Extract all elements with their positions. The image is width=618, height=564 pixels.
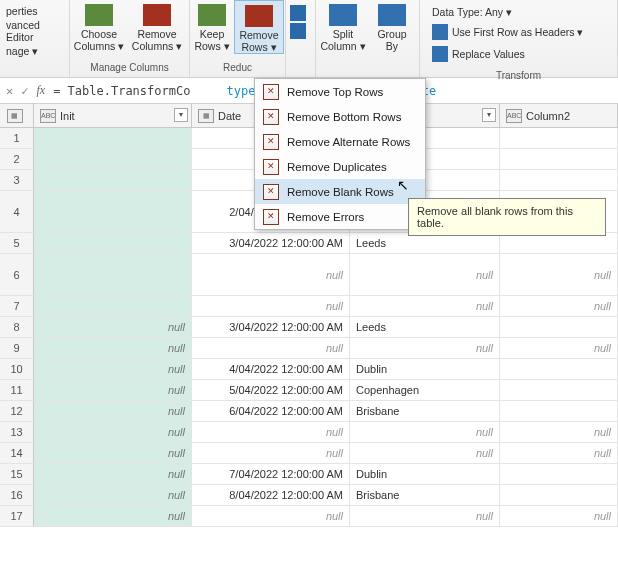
cell-col3[interactable] (500, 401, 618, 421)
header-column2[interactable]: ABC Column2 (500, 104, 618, 127)
row-number[interactable]: 7 (0, 296, 34, 316)
cell-col3[interactable]: null (500, 443, 618, 463)
menu-item-remove-errors[interactable]: Remove Errors (255, 204, 425, 229)
header-init[interactable]: ABC Init ▾ (34, 104, 192, 127)
table-row[interactable]: 6nullnullnull (0, 254, 618, 296)
table-row[interactable]: 9nullnullnullnull (0, 338, 618, 359)
cell-date[interactable]: null (192, 506, 350, 526)
cell-date[interactable]: null (192, 338, 350, 358)
cell-col2[interactable]: Leeds (350, 317, 500, 337)
table-row[interactable]: 17nullnullnullnull (0, 506, 618, 527)
btn-first-row-headers[interactable]: Use First Row as Headers ▾ (426, 22, 589, 42)
row-number[interactable]: 17 (0, 506, 34, 526)
cell-col3[interactable] (500, 170, 618, 190)
cell-col2[interactable]: null (350, 506, 500, 526)
cell-col2[interactable]: null (350, 338, 500, 358)
cell-col2[interactable]: null (350, 254, 500, 295)
table-row[interactable]: 13nullnullnullnull (0, 422, 618, 443)
cell-col3[interactable]: null (500, 422, 618, 442)
btn-advanced-editor[interactable]: vanced Editor (6, 18, 63, 44)
cell-init[interactable] (34, 170, 192, 190)
cell-col3[interactable]: null (500, 506, 618, 526)
cell-col2[interactable]: null (350, 422, 500, 442)
cell-col2[interactable]: null (350, 296, 500, 316)
cell-col2[interactable]: Leeds (350, 233, 500, 253)
cell-init[interactable] (34, 191, 192, 232)
formula-cancel-icon[interactable]: ✕ (6, 84, 13, 98)
table-row[interactable]: 16null8/04/2022 12:00:00 AMBrisbane (0, 485, 618, 506)
btn-sort-asc[interactable] (286, 4, 314, 22)
cell-init[interactable]: null (34, 506, 192, 526)
filter-dd-gap[interactable]: ▾ (482, 108, 496, 122)
btn-replace-values[interactable]: Replace Values (426, 44, 531, 64)
table-row[interactable]: 14nullnullnullnull (0, 443, 618, 464)
row-number[interactable]: 13 (0, 422, 34, 442)
btn-data-type[interactable]: Data Type: Any ▾ (426, 4, 518, 20)
cell-init[interactable]: null (34, 317, 192, 337)
cell-date[interactable]: 6/04/2022 12:00:00 AM (192, 401, 350, 421)
cell-date[interactable]: 5/04/2022 12:00:00 AM (192, 380, 350, 400)
row-number[interactable]: 10 (0, 359, 34, 379)
row-number[interactable]: 4 (0, 191, 34, 232)
cell-init[interactable] (34, 254, 192, 295)
table-row[interactable]: 11null5/04/2022 12:00:00 AMCopenhagen (0, 380, 618, 401)
header-rownum[interactable]: ▦ (0, 104, 34, 127)
menu-item-remove-top-rows[interactable]: Remove Top Rows (255, 79, 425, 104)
cell-date[interactable]: null (192, 422, 350, 442)
btn-remove-columns[interactable]: Remove Columns ▾ (128, 0, 186, 52)
row-number[interactable]: 3 (0, 170, 34, 190)
cell-col3[interactable] (500, 317, 618, 337)
row-number[interactable]: 6 (0, 254, 34, 295)
btn-choose-columns[interactable]: Choose Columns ▾ (70, 0, 128, 52)
cell-init[interactable] (34, 233, 192, 253)
table-row[interactable]: 8null3/04/2022 12:00:00 AMLeeds (0, 317, 618, 338)
cell-col2[interactable]: Brisbane (350, 485, 500, 505)
btn-properties[interactable]: perties (6, 4, 63, 18)
table-row[interactable]: 7nullnullnull (0, 296, 618, 317)
row-number[interactable]: 15 (0, 464, 34, 484)
btn-group-by[interactable]: Group By (370, 0, 414, 52)
cell-date[interactable]: 7/04/2022 12:00:00 AM (192, 464, 350, 484)
cell-col2[interactable]: Brisbane (350, 401, 500, 421)
row-number[interactable]: 12 (0, 401, 34, 421)
row-number[interactable]: 9 (0, 338, 34, 358)
cell-init[interactable] (34, 296, 192, 316)
cell-date[interactable]: null (192, 296, 350, 316)
btn-remove-rows[interactable]: Remove Rows ▾ (234, 0, 284, 54)
cell-col2[interactable]: Dublin (350, 359, 500, 379)
row-number[interactable]: 11 (0, 380, 34, 400)
cell-init[interactable]: null (34, 485, 192, 505)
cell-init[interactable]: null (34, 443, 192, 463)
cell-init[interactable]: null (34, 464, 192, 484)
cell-init[interactable]: null (34, 422, 192, 442)
cell-col3[interactable] (500, 359, 618, 379)
cell-init[interactable] (34, 128, 192, 148)
cell-col2[interactable]: null (350, 443, 500, 463)
btn-manage[interactable]: nage ▾ (6, 44, 63, 58)
cell-col3[interactable] (500, 128, 618, 148)
menu-item-remove-alternate-rows[interactable]: Remove Alternate Rows (255, 129, 425, 154)
row-number[interactable]: 1 (0, 128, 34, 148)
table-row[interactable]: 15null7/04/2022 12:00:00 AMDublin (0, 464, 618, 485)
row-number[interactable]: 5 (0, 233, 34, 253)
cell-init[interactable]: null (34, 338, 192, 358)
btn-split-column[interactable]: Split Column ▾ (316, 0, 370, 52)
cell-init[interactable] (34, 149, 192, 169)
cell-col3[interactable]: null (500, 338, 618, 358)
filter-dd-init[interactable]: ▾ (174, 108, 188, 122)
row-number[interactable]: 8 (0, 317, 34, 337)
btn-keep-rows[interactable]: Keep Rows ▾ (190, 0, 234, 52)
cell-col3[interactable]: null (500, 296, 618, 316)
cell-col2[interactable]: Dublin (350, 464, 500, 484)
cell-col3[interactable] (500, 380, 618, 400)
cell-date[interactable]: 8/04/2022 12:00:00 AM (192, 485, 350, 505)
cell-col3[interactable] (500, 464, 618, 484)
row-number[interactable]: 16 (0, 485, 34, 505)
cell-col2[interactable]: Copenhagen (350, 380, 500, 400)
row-number[interactable]: 14 (0, 443, 34, 463)
menu-item-remove-bottom-rows[interactable]: Remove Bottom Rows (255, 104, 425, 129)
cell-date[interactable]: 4/04/2022 12:00:00 AM (192, 359, 350, 379)
cell-col3[interactable] (500, 233, 618, 253)
row-number[interactable]: 2 (0, 149, 34, 169)
table-row[interactable]: 12null6/04/2022 12:00:00 AMBrisbane (0, 401, 618, 422)
